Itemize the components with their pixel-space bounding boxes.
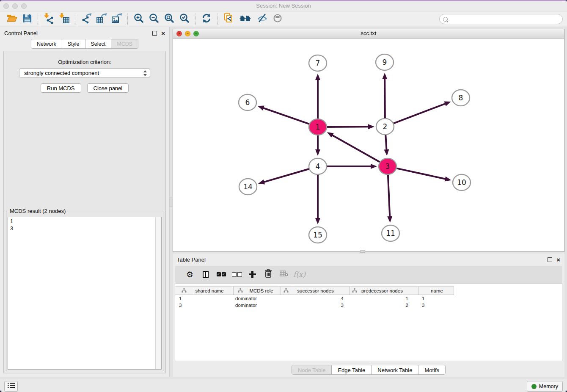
zoom-out-icon (149, 13, 159, 25)
column-header-successor-nodes[interactable]: successor nodes (281, 287, 350, 295)
home-networks-button[interactable] (236, 13, 255, 25)
result-scrollbar[interactable] (155, 217, 161, 369)
mcds-result-box[interactable]: 1 3 (8, 217, 162, 370)
graph-node-9[interactable]: 9 (376, 54, 394, 70)
delete-table-button[interactable] (276, 268, 292, 281)
close-panel-icon[interactable]: × (161, 30, 165, 36)
graph-edge[interactable] (394, 168, 446, 179)
tab-mcds[interactable]: MCDS (111, 39, 138, 48)
delete-column-button[interactable] (260, 268, 276, 281)
tab-motifs[interactable]: Motifs (418, 365, 445, 375)
run-mcds-button[interactable]: Run MCDS (41, 83, 81, 93)
cell-shared-name: 3 (175, 303, 234, 308)
add-column-button[interactable] (245, 268, 260, 281)
select-all-columns-button[interactable]: ✓✓ (213, 268, 229, 281)
graph-edge[interactable] (385, 133, 387, 150)
cell-mcds-role: dominator (234, 303, 281, 308)
window-title: Session: New Session (0, 3, 567, 9)
svg-text:8: 8 (459, 94, 463, 102)
zoom-selected-button[interactable] (177, 13, 192, 25)
graph-edge-arrowhead (445, 177, 451, 182)
graph-node-14[interactable]: 14 (239, 179, 257, 195)
table-settings-button[interactable]: ⚙ (182, 268, 198, 281)
table-row[interactable]: 3 dominator 3 2 3 (175, 302, 562, 309)
vertical-splitter-handle[interactable] (170, 197, 172, 207)
trash-icon (264, 269, 272, 280)
refresh-button[interactable] (199, 13, 214, 25)
deselect-all-columns-button[interactable] (229, 268, 245, 281)
graph-edge-arrowhead (444, 102, 451, 106)
graph-edge-arrowhead (382, 73, 387, 79)
graph-node-1[interactable]: 1 (309, 119, 327, 135)
graph-edge[interactable] (325, 127, 369, 127)
column-header-predecessor-nodes[interactable]: predecessor nodes (350, 287, 418, 295)
graph-node-11[interactable]: 11 (382, 225, 399, 241)
table-row[interactable]: 1 dominator 4 1 1 (175, 295, 562, 302)
zoom-in-button[interactable] (131, 13, 146, 25)
graph-node-10[interactable]: 10 (453, 174, 471, 190)
cell-shared-name: 1 (175, 296, 234, 301)
window-titlebar: Session: New Session (0, 1, 567, 11)
tab-node-table[interactable]: Node Table (292, 365, 332, 375)
zoom-out-button[interactable] (146, 13, 162, 25)
graph-node-3[interactable]: 3 (379, 158, 396, 174)
hide-style-button[interactable] (255, 13, 270, 25)
graph-edge[interactable] (263, 108, 311, 125)
graph-edge[interactable] (332, 135, 382, 163)
graph-edge[interactable] (391, 103, 446, 124)
tab-select[interactable]: Select (85, 39, 112, 48)
graph-node-8[interactable]: 8 (452, 90, 470, 106)
search-field[interactable] (439, 14, 563, 24)
network-canvas[interactable]: 7968124314101511 (173, 38, 564, 251)
tab-style[interactable]: Style (62, 39, 85, 48)
column-header-shared-name[interactable]: shared name (175, 287, 234, 295)
tab-network-table[interactable]: Network Table (372, 365, 418, 375)
refresh-icon (201, 13, 212, 25)
list-icon (7, 382, 15, 390)
close-table-panel-icon[interactable]: × (556, 257, 560, 263)
graph-node-15[interactable]: 15 (309, 227, 327, 243)
float-panel-icon[interactable] (152, 31, 157, 36)
zoom-selected-icon (179, 13, 190, 25)
column-header-name[interactable]: name (418, 287, 454, 295)
save-session-button[interactable] (19, 13, 35, 25)
criterion-value: strongly connected component (24, 70, 143, 76)
cell-name: 1 (418, 296, 454, 301)
graph-node-2[interactable]: 2 (376, 119, 394, 135)
close-panel-button[interactable]: Close panel (87, 83, 129, 93)
show-log-button[interactable] (4, 381, 18, 392)
horizontal-splitter-handle[interactable] (360, 250, 365, 253)
search-input[interactable] (450, 16, 562, 23)
function-builder-button[interactable]: f(x) (292, 268, 307, 281)
criterion-select[interactable]: strongly connected component (19, 68, 150, 78)
export-table-button[interactable] (94, 13, 109, 25)
svg-text:1: 1 (316, 123, 320, 131)
search-icon (443, 17, 448, 22)
graph-edge[interactable] (385, 78, 385, 120)
tab-network[interactable]: Network (31, 39, 62, 48)
preview-button[interactable] (270, 13, 285, 25)
columns-icon (203, 271, 209, 278)
graph-node-7[interactable]: 7 (309, 55, 327, 71)
export-image-button[interactable] (109, 13, 124, 25)
open-session-button[interactable] (4, 13, 19, 25)
graph-node-6[interactable]: 6 (239, 94, 256, 110)
graph-edge[interactable] (388, 173, 390, 217)
column-header-mcds-role[interactable]: MCDS role (234, 287, 281, 295)
show-columns-button[interactable] (198, 268, 213, 281)
plus-icon (249, 271, 256, 278)
memory-button[interactable]: Memory (527, 381, 563, 392)
svg-text:3: 3 (385, 162, 390, 171)
graph-node-4[interactable]: 4 (309, 158, 327, 174)
graph-edge-arrowhead (258, 179, 265, 185)
svg-text:4: 4 (316, 162, 320, 171)
import-network-button[interactable] (41, 13, 57, 25)
zoom-fit-button[interactable] (162, 13, 177, 25)
graph-edge[interactable] (263, 168, 311, 182)
tab-edge-table[interactable]: Edge Table (332, 365, 372, 375)
float-table-panel-icon[interactable] (548, 257, 552, 262)
clone-network-button[interactable] (221, 13, 236, 25)
import-table-button[interactable] (57, 13, 72, 25)
export-network-button[interactable] (79, 13, 94, 25)
control-panel-tabs: Network Style Select MCDS (0, 39, 169, 49)
